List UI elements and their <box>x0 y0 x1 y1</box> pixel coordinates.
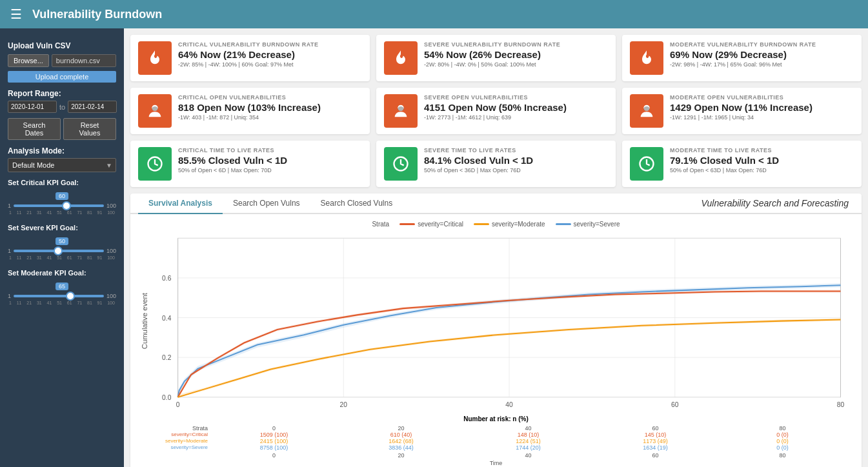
reset-values-button[interactable]: Reset Values <box>63 118 116 140</box>
risk-severe-v20: 3836 (44) <box>338 444 465 451</box>
moderate-kpi-ticks: 1 11 21 31 41 51 61 71 81 91 100 <box>8 301 116 305</box>
risk-critical-v60: 145 (10) <box>592 432 719 438</box>
survival-chart-svg: Cumulative event 0.0 0.2 0.4 <box>138 232 854 410</box>
risk-severe-v60: 1634 (19) <box>592 444 719 451</box>
svg-text:60: 60 <box>671 401 679 408</box>
kpi-main-severe-open: 4151 Open Now (50% Increase) <box>424 102 608 113</box>
kpi-card-moderate-open: MODERATE OPEN VULNERABILITIES 1429 Open … <box>622 88 862 134</box>
kpi-card-critical-ttl: CRITICAL TIME TO LIVE RATES 85.5% Closed… <box>130 141 370 187</box>
analysis-mode-wrapper: Default Mode Advanced Mode ▼ <box>8 158 116 172</box>
browse-button[interactable]: Browse... <box>8 54 49 67</box>
risk-severe-label: severity=Severe <box>146 444 210 451</box>
risk-x-labels: 0 20 40 60 80 <box>146 452 846 459</box>
kpi-category-moderate-open: MODERATE OPEN VULNERABILITIES <box>670 94 854 101</box>
kpi-category-severe-open: SEVERE OPEN VULNERABILITIES <box>424 94 608 101</box>
menu-icon[interactable]: ☰ <box>10 6 22 22</box>
date-range-row: to <box>8 101 116 113</box>
risk-moderate-v80: 0 (0) <box>719 438 846 444</box>
risk-table-grid: Strata 0 20 40 60 80 severity=Critical 1… <box>146 425 846 451</box>
kpi-card-moderate-ttl: MODERATE TIME TO LIVE RATES 79.1% Closed… <box>622 141 862 187</box>
risk-moderate-v0: 2415 (100) <box>210 438 338 444</box>
kpi-card-severe-ttl: SEVERE TIME TO LIVE RATES 84.1% Closed V… <box>376 141 616 187</box>
analysis-mode-label: Analysis Mode: <box>8 146 116 155</box>
critical-kpi-section: Set Critical KPI Goal: 60 1 100 1 11 21 … <box>8 179 116 215</box>
kpi-main-severe-burndown: 54% Now (26% Decrease) <box>424 49 608 60</box>
severe-kpi-slider-row: 1 100 <box>8 248 116 254</box>
kpi-icon-critical-open <box>138 94 172 128</box>
risk-critical-v40: 148 (10) <box>465 432 592 438</box>
kpi-text-severe-ttl: SEVERE TIME TO LIVE RATES 84.1% Closed V… <box>424 147 608 174</box>
tab-search-closed-vulns[interactable]: Search Closed Vulns <box>310 194 403 214</box>
risk-x-20: 20 <box>338 425 465 432</box>
risk-severe-v80: 0 (0) <box>719 444 846 451</box>
kpi-sub-moderate-open: -1W: 1291 | -1M: 1965 | Uniq: 34 <box>670 114 854 121</box>
moderate-kpi-slider[interactable] <box>14 295 104 297</box>
kpi-main-moderate-burndown: 69% Now (29% Decrease) <box>670 49 854 60</box>
critical-kpi-slider[interactable] <box>14 204 104 207</box>
filename-display: burndown.csv <box>52 54 116 67</box>
kpi-card-critical-burndown: CRITICAL VULNERABILITY BURNDOWN RATE 64%… <box>130 35 370 81</box>
kpi-text-moderate-burndown: MODERATE VULNERABILITY BURNDOWN RATE 69%… <box>670 41 854 68</box>
kpi-text-critical-burndown: CRITICAL VULNERABILITY BURNDOWN RATE 64%… <box>178 41 362 68</box>
svg-text:0.4: 0.4 <box>162 315 172 322</box>
kpi-icon-severe-open <box>384 94 418 128</box>
moderate-kpi-max: 100 <box>106 293 116 299</box>
risk-x-axis-label: Time <box>146 460 846 466</box>
date-to-input[interactable] <box>68 101 117 113</box>
kpi-sub-moderate-ttl: 50% of Open < 63D | Max Open: 76D <box>670 167 854 174</box>
legend-moderate: severity=Moderate <box>474 221 545 228</box>
risk-moderate-v60: 1173 (49) <box>592 438 719 444</box>
critical-kpi-ticks: 1 11 21 31 41 51 61 71 81 91 100 <box>8 210 116 215</box>
action-buttons: Search Dates Reset Values <box>8 118 116 140</box>
severe-kpi-section: Set Severe KPI Goal: 50 1 100 1 11 21 31… <box>8 224 116 260</box>
severe-kpi-max: 100 <box>106 248 116 254</box>
severe-kpi-ticks: 1 11 21 31 41 51 61 71 81 91 100 <box>8 255 116 260</box>
main-content: CRITICAL VULNERABILITY BURNDOWN RATE 64%… <box>124 28 868 467</box>
tab-survival-analysis[interactable]: Survival Analysis <box>138 194 223 214</box>
search-dates-button[interactable]: Search Dates <box>8 118 61 140</box>
kpi-main-moderate-ttl: 79.1% Closed Vuln < 1D <box>670 155 854 166</box>
date-from-input[interactable] <box>8 101 57 113</box>
legend-critical: severity=Critical <box>399 221 463 228</box>
kpi-text-moderate-ttl: MODERATE TIME TO LIVE RATES 79.1% Closed… <box>670 147 854 174</box>
kpi-main-critical-burndown: 64% Now (21% Decrease) <box>178 49 362 60</box>
tabs-header: Survival Analysis Search Open Vulns Sear… <box>130 194 862 214</box>
svg-text:0.0: 0.0 <box>162 394 172 401</box>
strata-label: Strata <box>372 221 389 228</box>
file-input-row: Browse... burndown.csv <box>8 54 116 67</box>
tabs-section: Survival Analysis Search Open Vulns Sear… <box>130 194 862 467</box>
risk-severe-v0: 8758 (100) <box>210 444 338 451</box>
kpi-category-critical-burndown: CRITICAL VULNERABILITY BURNDOWN RATE <box>178 41 362 48</box>
moderate-kpi-value: 65 <box>56 283 68 290</box>
severe-kpi-label: Set Severe KPI Goal: <box>8 224 116 232</box>
svg-text:0: 0 <box>176 401 180 408</box>
risk-critical-v80: 0 (0) <box>719 432 846 438</box>
analysis-mode-select[interactable]: Default Mode Advanced Mode <box>8 158 116 172</box>
risk-moderate-label: severity=Moderate <box>146 438 210 444</box>
kpi-icon-critical-burndown <box>138 41 172 75</box>
kpi-icon-critical-ttl <box>138 147 172 181</box>
svg-rect-5 <box>643 106 649 111</box>
kpi-category-moderate-ttl: MODERATE TIME TO LIVE RATES <box>670 147 854 154</box>
svg-rect-3 <box>398 106 403 111</box>
svg-rect-1 <box>152 106 157 111</box>
kpi-icon-severe-burndown <box>384 41 418 75</box>
upload-complete-button[interactable]: Upload complete <box>8 71 116 83</box>
risk-x-40: 40 <box>465 425 592 432</box>
moderate-kpi-slider-row: 1 100 <box>8 293 116 299</box>
kpi-category-critical-open: CRITICAL OPEN VULNERABILITIES <box>178 94 362 101</box>
chart-area: Strata severity=Critical severity=Modera… <box>130 214 862 467</box>
risk-table-title: Number at risk: n (%) <box>146 415 846 422</box>
tab-search-open-vulns[interactable]: Search Open Vulns <box>223 194 310 214</box>
critical-kpi-min: 1 <box>8 203 11 209</box>
risk-moderate-v40: 1224 (51) <box>465 438 592 444</box>
kpi-card-severe-open: SEVERE OPEN VULNERABILITIES 4151 Open No… <box>376 88 616 134</box>
severe-kpi-slider[interactable] <box>14 250 104 252</box>
legend-critical-line <box>399 223 415 225</box>
upload-section-title: Upload Vuln CSV <box>8 41 116 50</box>
moderate-kpi-section: Set Moderate KPI Goal: 65 1 100 1 11 21 … <box>8 269 116 305</box>
main-layout: Upload Vuln CSV Browse... burndown.csv U… <box>0 28 868 467</box>
kpi-icon-moderate-ttl <box>630 147 663 181</box>
kpi-text-critical-ttl: CRITICAL TIME TO LIVE RATES 85.5% Closed… <box>178 147 362 174</box>
kpi-sub-moderate-burndown: -2W: 98% | -4W: 17% | 65% Goal: 96% Met <box>670 61 854 68</box>
